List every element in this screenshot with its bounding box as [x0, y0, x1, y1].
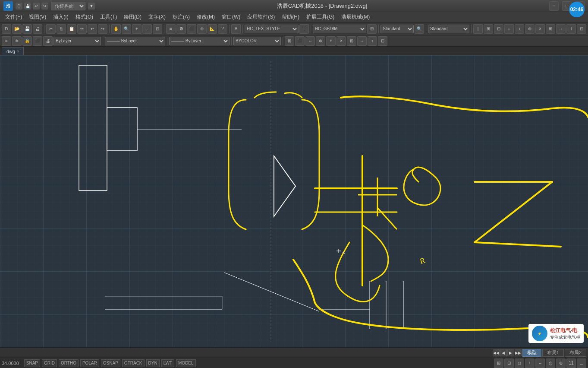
status-icon5[interactable]: ↔ [535, 358, 545, 368]
new-button[interactable]: 🗋 [2, 24, 11, 34]
menu-apps[interactable]: 应用软件(S) [244, 13, 278, 22]
redo-icon[interactable]: ↪ [41, 3, 48, 10]
extra-btn7[interactable]: × [535, 24, 545, 34]
extra-btn11[interactable]: ⊡ [577, 24, 586, 34]
color-btn[interactable]: ⬛ [33, 36, 42, 46]
zoom-button[interactable]: 🔍 [122, 24, 131, 34]
menu-file[interactable]: 文件(F) [2, 13, 25, 22]
lwt-btn[interactable]: LWT [161, 359, 174, 367]
standard1-dropdown[interactable]: Standard [380, 25, 414, 33]
ortho-btn[interactable]: ORTHO [59, 359, 79, 367]
tb2-btn1[interactable]: ⊞ [285, 36, 294, 46]
osnap-btn[interactable]: OSNAP [101, 359, 120, 367]
measure-button[interactable]: 📐 [208, 24, 217, 34]
zoomout-button[interactable]: - [142, 24, 152, 34]
dyn-btn[interactable]: DYN [146, 359, 160, 367]
undo-button[interactable]: ↩ [88, 24, 97, 34]
tab-scroll-next[interactable]: ▶ [507, 349, 514, 356]
tab-scroll-prev[interactable]: ◀ [500, 349, 507, 356]
extra-btn10[interactable]: T [566, 24, 576, 34]
extra-btn6[interactable]: ⊕ [525, 24, 535, 34]
menu-draw[interactable]: 绘图(D) [120, 13, 145, 22]
status-num[interactable]: 11 [566, 358, 576, 368]
layout1-tab[interactable]: 布局1 [542, 349, 564, 357]
color-dropdown[interactable]: BYCOLOR [233, 37, 281, 45]
save-button[interactable]: 💾 [22, 24, 32, 34]
menu-format[interactable]: 格式(O) [72, 13, 97, 22]
print-button[interactable]: 🖨 [33, 24, 42, 34]
extra-btn5[interactable]: ↕ [515, 24, 524, 34]
extra-btn1[interactable]: | [473, 24, 483, 34]
block-button[interactable]: ⬛ [187, 24, 196, 34]
print2-btn[interactable]: 🖨 [43, 36, 53, 46]
standard2-dropdown[interactable]: Standard [428, 25, 469, 33]
lineweight-dropdown[interactable]: ——— ByLayer [169, 37, 230, 45]
textstyle-dropdown[interactable]: HC_TEXTSTYLE [245, 25, 299, 33]
minimize-button[interactable]: ─ [549, 1, 559, 11]
tb2-btn3[interactable]: ↔ [305, 36, 315, 46]
menu-modify[interactable]: 修改(M) [193, 13, 218, 22]
tb2-btn8[interactable]: → [357, 36, 367, 46]
status-icon4[interactable]: + [525, 358, 535, 368]
tb2-btn4[interactable]: ⊕ [316, 36, 325, 46]
extra-btn2[interactable]: ⊞ [484, 24, 493, 34]
tab-scroll-right[interactable]: ▶▶ [515, 349, 522, 356]
tb2-btn5[interactable]: + [326, 36, 336, 46]
tb2-btn2[interactable]: ⬛ [295, 36, 305, 46]
tab-scroll-left[interactable]: ◀◀ [493, 349, 500, 356]
polar-btn[interactable]: POLAR [80, 359, 99, 367]
menu-annotate[interactable]: 标注(A) [169, 13, 193, 22]
lock-btn[interactable]: 🔒 [22, 36, 32, 46]
save-icon[interactable]: 💾 [24, 3, 31, 10]
grid-btn[interactable]: GRID [42, 359, 57, 367]
status-more[interactable]: ... [577, 358, 586, 368]
paste-button[interactable]: 📋 [67, 24, 76, 34]
status-icon1[interactable]: ⊞ [494, 358, 503, 368]
status-icon2[interactable]: ⊡ [504, 358, 514, 368]
redo-button[interactable]: ↪ [98, 24, 107, 34]
tab-close-button[interactable]: × [17, 49, 19, 54]
extra-btn4[interactable]: ↔ [504, 24, 514, 34]
tb2-btn9[interactable]: ↕ [368, 36, 377, 46]
menu-tools[interactable]: 工具(T) [97, 13, 120, 22]
status-icon6[interactable]: ◎ [546, 358, 555, 368]
menu-insert[interactable]: 插入(I) [50, 13, 72, 22]
pan-button[interactable]: ✋ [111, 24, 121, 34]
model-status-btn[interactable]: MODEL [176, 359, 196, 367]
zoomin-button[interactable]: + [132, 24, 141, 34]
menu-window[interactable]: 窗口(W) [218, 13, 244, 22]
canvas-area[interactable]: R ↖ ⚡ 松江电气·电 专注成套电气柜 [0, 55, 588, 347]
tb2-btn6[interactable]: × [336, 36, 346, 46]
zoomwin-button[interactable]: ⊡ [153, 24, 162, 34]
interface-dropdown[interactable]: 传统界面 [51, 2, 85, 10]
copy-button[interactable]: ⎘ [57, 24, 66, 34]
cut-button[interactable]: ✂ [46, 24, 56, 34]
layout2-tab[interactable]: 布局2 [565, 349, 586, 357]
menu-text[interactable]: 文字(X) [145, 13, 169, 22]
menu-hc[interactable]: 浩辰机械(M) [338, 13, 373, 22]
linetype-dropdown[interactable]: ——— ByLayer [105, 37, 165, 45]
snap-btn[interactable]: SNAP [24, 359, 40, 367]
gbdim-icon[interactable]: ⊞ [367, 24, 377, 34]
new-icon[interactable]: 🗋 [16, 3, 22, 10]
model-tab[interactable]: 模型 [522, 349, 541, 357]
dropdown-arrow-icon[interactable]: ▼ [88, 3, 95, 10]
insert-button[interactable]: ⊕ [197, 24, 207, 34]
extra-btn3[interactable]: ⊡ [494, 24, 503, 34]
properties-button[interactable]: ⚙ [176, 24, 186, 34]
open-button[interactable]: 📂 [12, 24, 22, 34]
gbdim-dropdown[interactable]: HC_GBDIM [313, 25, 367, 33]
status-icon7[interactable]: ⊕ [556, 358, 566, 368]
special-icon[interactable]: A [231, 24, 241, 34]
menu-view[interactable]: 视图(V) [25, 13, 50, 22]
layer-mgr-btn[interactable]: ≡ [2, 36, 11, 46]
extra-btn9[interactable]: → [556, 24, 566, 34]
tb2-btn10[interactable]: ⊡ [378, 36, 387, 46]
layer-dropdown[interactable]: ByLayer [53, 37, 101, 45]
drawing-tab[interactable]: dwg × [2, 47, 24, 55]
std1-icon[interactable]: 🔍 [415, 24, 424, 34]
menu-extend[interactable]: 扩展工具(G) [303, 13, 338, 22]
textstyle-icon[interactable]: T [299, 24, 309, 34]
matchprop-button[interactable]: ✏ [77, 24, 87, 34]
help-button[interactable]: ? [218, 24, 227, 34]
